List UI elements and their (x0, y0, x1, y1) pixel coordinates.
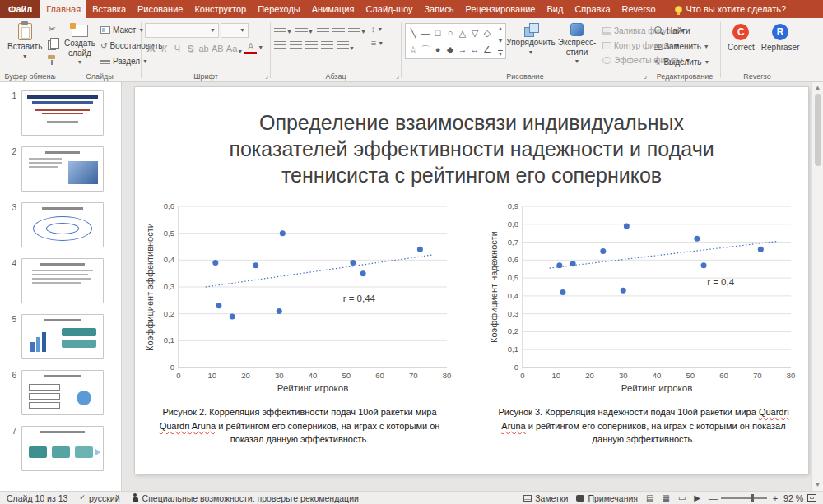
align-right-button[interactable] (305, 39, 318, 53)
tab-reverso[interactable]: Reverso (616, 0, 662, 18)
slide-editor-area[interactable]: Определение взаимосвязи индивидуальных п… (122, 82, 823, 491)
zoom-out-button[interactable]: — (709, 493, 717, 503)
columns-button[interactable]: ▼ (337, 39, 355, 53)
tab-transitions[interactable]: Переходы (252, 0, 306, 18)
change-case-button[interactable]: Аа▼ (226, 40, 244, 54)
strikethrough-button[interactable]: ab (198, 40, 210, 54)
bold-button[interactable]: Ж (145, 40, 157, 54)
shape-option[interactable]: ∠ (481, 42, 493, 57)
gallery-down-icon[interactable]: ▼ (498, 38, 504, 44)
notes-button[interactable]: Заметки (523, 493, 568, 503)
shape-option[interactable]: ● (432, 42, 444, 57)
slide-thumbnail-preview[interactable] (21, 90, 104, 136)
gallery-more-icon[interactable]: ▼ (498, 50, 504, 57)
zoom-slider[interactable] (721, 497, 767, 499)
shape-option[interactable]: ▽ (469, 25, 481, 40)
shapes-gallery[interactable]: ╲—□○△▽◇ ☆⌒●◆→↔∠ ▲ ▼ ▼ (405, 23, 506, 59)
dialog-launcher-icon[interactable]: ⌟ (53, 73, 56, 80)
shape-option[interactable]: △ (457, 25, 468, 40)
text-shadow-button[interactable]: S (184, 40, 197, 54)
chart-effectiveness[interactable]: 00,10,20,30,40,50,601020304050607080r = … (144, 200, 455, 446)
tab-file[interactable]: Файл (0, 0, 40, 18)
tab-help[interactable]: Справка (569, 0, 616, 18)
align-center-button[interactable] (290, 39, 302, 53)
shape-option[interactable]: ⌒ (420, 42, 431, 57)
dialog-launcher-icon[interactable]: ⌟ (396, 73, 399, 80)
scatter-chart-reliability[interactable]: 00,10,20,30,40,50,60,70,80,9010203040506… (488, 200, 799, 397)
zoom-in-button[interactable]: + (771, 493, 779, 503)
tell-me-box[interactable]: Что вы хотите сделать? (675, 0, 787, 18)
zoom-level[interactable]: 92 % (783, 493, 803, 503)
slide-thumbnail-6[interactable]: 6 (7, 370, 121, 415)
reverso-rephraser-button[interactable]: RRephraser (761, 24, 800, 52)
arrange-button[interactable]: Упорядочить ▼ (506, 21, 556, 57)
vertical-scrollbar[interactable]: ▲ ▼ (811, 82, 823, 491)
tab-slideshow[interactable]: Слайд-шоу (360, 0, 418, 18)
decrease-indent-button[interactable] (317, 22, 329, 37)
quick-styles-button[interactable]: Экспресс-стили ▼ (556, 21, 598, 66)
slide-indicator[interactable]: Слайд 10 из 13 (7, 493, 67, 503)
tab-record[interactable]: Запись (418, 0, 459, 18)
cut-button[interactable]: ✂ (45, 23, 58, 35)
slide-thumbnail-3[interactable]: 3 (7, 202, 121, 247)
chart-caption-reliability[interactable]: Рисунок 3. Корреляция надежности подач 1… (488, 405, 799, 446)
slide-thumbnail-4[interactable]: 4 (7, 258, 121, 303)
shape-option[interactable]: ◆ (444, 42, 456, 57)
slide-thumbnail-2[interactable]: 2 (7, 146, 121, 192)
chart-caption-effectiveness[interactable]: Рисунок 2. Корреляция эффективности пода… (144, 405, 455, 446)
tab-draw[interactable]: Рисование (132, 0, 188, 18)
chart-reliability[interactable]: 00,10,20,30,40,50,60,70,80,9010203040506… (488, 200, 799, 446)
shape-option[interactable]: ◇ (481, 25, 493, 40)
zoom-slider-thumb[interactable] (751, 494, 754, 502)
format-painter-button[interactable] (45, 54, 58, 67)
tab-animations[interactable]: Анимация (306, 0, 360, 18)
shape-option[interactable]: ↔ (469, 42, 481, 57)
slide-thumbnail-1[interactable]: 1 (7, 90, 121, 136)
justify-button[interactable] (321, 39, 333, 53)
slide-thumbnail-preview[interactable] (21, 146, 104, 192)
tab-home[interactable]: Главная (40, 0, 86, 18)
scroll-down-icon[interactable]: ▼ (815, 481, 821, 489)
dialog-launcher-icon[interactable]: ⌟ (265, 73, 268, 80)
character-spacing-button[interactable]: АВ (211, 40, 225, 54)
paste-button[interactable]: Вставить ▼ (5, 21, 44, 61)
line-spacing-button[interactable]: ▼ (348, 22, 366, 37)
scrollbar-thumb[interactable] (815, 94, 821, 166)
tab-review[interactable]: Рецензирование (460, 0, 542, 18)
slide-sorter-view-button[interactable]: ▦ (662, 493, 669, 502)
new-slide-button[interactable]: Создать слайд ▼ (62, 21, 98, 67)
font-color-button[interactable]: А (244, 40, 257, 54)
scatter-chart-effectiveness[interactable]: 00,10,20,30,40,50,601020304050607080r = … (144, 200, 455, 397)
shape-option[interactable]: → (457, 42, 468, 57)
slide-thumbnail-7[interactable]: 7 (7, 426, 121, 471)
slideshow-button[interactable]: ▶ (694, 493, 700, 502)
select-button[interactable]: ↖Выделить▼ (653, 55, 711, 69)
tab-view[interactable]: Вид (541, 0, 569, 18)
language-indicator[interactable]: ✓русский (79, 493, 119, 503)
slide-title-textbox[interactable]: Определение взаимосвязи индивидуальных п… (200, 109, 743, 188)
slide-thumbnail-preview[interactable] (21, 202, 104, 247)
slide-thumbnail-panel[interactable]: 1 2 3 (0, 82, 122, 491)
find-button[interactable]: Найти (653, 24, 711, 38)
shape-option[interactable]: ○ (444, 25, 456, 40)
slide-thumbnail-preview[interactable] (21, 370, 104, 415)
italic-button[interactable]: К (158, 40, 170, 54)
replace-button[interactable]: abЗаменить▼ (653, 39, 711, 53)
font-name-select[interactable]: ▼ (145, 23, 219, 38)
text-direction-button[interactable]: ↕▼ (371, 24, 384, 34)
reverso-correct-button[interactable]: CCorrect (728, 24, 755, 52)
align-left-button[interactable] (274, 39, 286, 53)
slide-thumbnail-preview[interactable] (21, 426, 104, 471)
slide-thumbnail-preview[interactable] (21, 258, 104, 303)
dialog-launcher-icon[interactable]: ⌟ (644, 73, 647, 80)
slide-canvas[interactable]: Определение взаимосвязи индивидуальных п… (135, 87, 808, 474)
tab-insert[interactable]: Вставка (86, 0, 132, 18)
shape-option[interactable]: — (420, 25, 431, 40)
slide-thumbnail-preview[interactable] (21, 314, 104, 359)
slide-thumbnail-5[interactable]: 5 (7, 314, 121, 359)
comments-button[interactable]: Примечания (576, 493, 638, 503)
scroll-up-icon[interactable]: ▲ (815, 84, 821, 92)
increase-indent-button[interactable] (332, 22, 345, 37)
numbering-button[interactable]: ▼ (295, 22, 314, 37)
underline-button[interactable]: Ч (171, 40, 184, 54)
